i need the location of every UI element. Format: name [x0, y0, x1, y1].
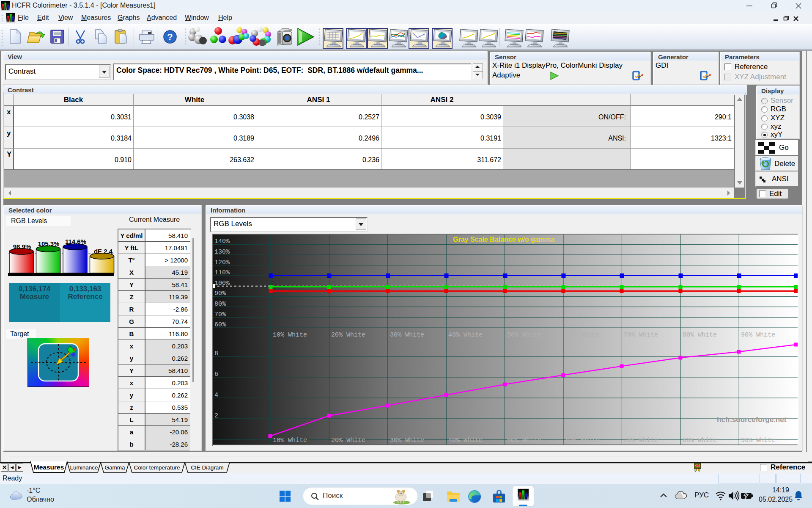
svg-text:130%: 130%	[214, 248, 230, 256]
svg-text:90% White: 90% White	[741, 331, 775, 339]
svg-text:60% White: 60% White	[565, 331, 600, 339]
svg-text:70% White: 70% White	[624, 331, 658, 339]
svg-text:Luminance: Luminance	[70, 464, 98, 471]
svg-text:2: 2	[214, 412, 218, 420]
svg-text:120%: 120%	[214, 259, 230, 266]
svg-text:hcfr.sourceforge.net: hcfr.sourceforge.net	[717, 416, 787, 424]
svg-text:Gamma: Gamma	[104, 464, 125, 471]
svg-text:114.6%: 114.6%	[65, 238, 86, 245]
svg-text:90% White: 90% White	[741, 437, 775, 444]
svg-text:30% White: 30% White	[390, 437, 424, 444]
svg-text:80% White: 80% White	[683, 331, 717, 339]
svg-text:70% White: 70% White	[624, 437, 658, 444]
svg-text:40% White: 40% White	[448, 331, 483, 339]
svg-text:80%: 80%	[214, 301, 226, 308]
svg-text:?: ?	[167, 32, 173, 42]
svg-text:4: 4	[214, 392, 218, 399]
svg-text:60%: 60%	[214, 321, 226, 329]
svg-text:90%: 90%	[214, 290, 226, 297]
svg-text:Measures: Measures	[34, 464, 64, 471]
svg-text:60% White: 60% White	[565, 437, 600, 444]
svg-text:20% White: 20% White	[331, 331, 365, 339]
svg-text:50% White: 50% White	[507, 437, 541, 444]
svg-text:40% White: 40% White	[448, 437, 483, 444]
svg-text:80% White: 80% White	[683, 437, 717, 444]
svg-text:10% White: 10% White	[273, 331, 307, 339]
svg-text:98.9%: 98.9%	[13, 243, 31, 250]
svg-text:6: 6	[214, 371, 218, 378]
svg-text:140%: 140%	[214, 238, 230, 245]
svg-text:105.3%: 105.3%	[38, 240, 60, 247]
svg-text:50% White: 50% White	[507, 331, 541, 339]
svg-text:8: 8	[214, 350, 218, 357]
svg-text:Color temperature: Color temperature	[134, 464, 180, 471]
svg-text:110%: 110%	[214, 269, 230, 276]
svg-text:30% White: 30% White	[390, 331, 424, 339]
svg-text:20% White: 20% White	[331, 437, 365, 444]
svg-text:Gray Scale Balance w/o gamma: Gray Scale Balance w/o gamma	[453, 236, 554, 243]
svg-text:10% White: 10% White	[273, 437, 307, 444]
svg-text:70%: 70%	[214, 311, 226, 318]
svg-text:dE 2.4: dE 2.4	[94, 248, 113, 255]
svg-text:CIE Diagram: CIE Diagram	[191, 464, 223, 471]
